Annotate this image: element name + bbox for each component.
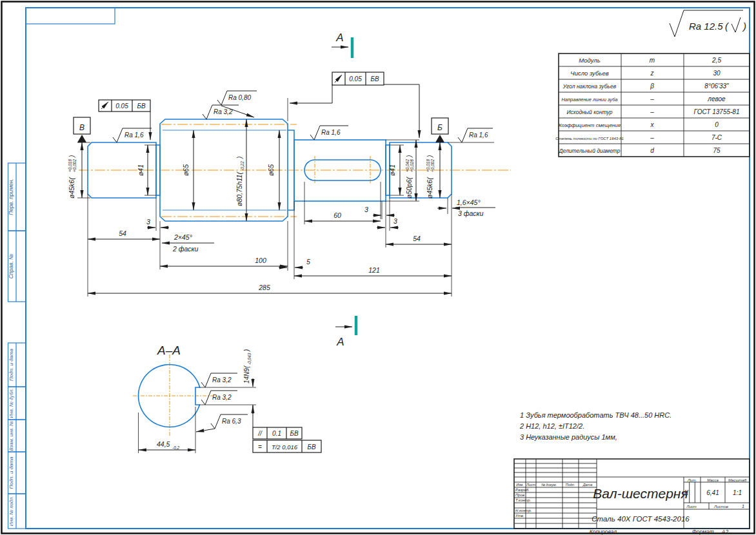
parallelism-value: 0.1 bbox=[272, 430, 281, 437]
ra32-key1-label: Ra 3,2 bbox=[212, 376, 232, 384]
dim-chamfer-left: 2×45° bbox=[174, 233, 192, 241]
general-roughness-value: Ra 12.5 bbox=[689, 21, 723, 32]
symmetry-datum: БВ bbox=[307, 443, 316, 451]
dim-d50-sup: +0,042 bbox=[405, 159, 410, 172]
dim-54-right: 54 bbox=[413, 235, 421, 242]
note-1: 1 Зубья термообработать ТВЧ 48...50 HRC. bbox=[520, 411, 671, 419]
ra08-label: Ra 0,80 bbox=[228, 94, 251, 101]
gear-row-value: 2,5 bbox=[711, 57, 721, 64]
dim-d80-main: ø80,75h11( bbox=[235, 171, 243, 206]
margin-box-sprav-no: Справ. № bbox=[8, 254, 14, 279]
gear-row-label: Коэффициент смещения bbox=[559, 122, 621, 128]
format-value: А2 bbox=[721, 529, 729, 535]
dim-d41-left: ø41 bbox=[137, 164, 144, 176]
margin-box-perv-primen: Перв. примен. bbox=[8, 179, 14, 215]
dim-d65-left: ø65 bbox=[182, 164, 190, 176]
part-title: Вал-шестерня bbox=[593, 486, 688, 501]
gear-row-value: 8°06'33" bbox=[704, 83, 729, 90]
gear-row-value: левое bbox=[707, 95, 726, 102]
dim-3-left: 3 bbox=[146, 218, 150, 226]
row-nkontr: Н.контр. bbox=[515, 509, 532, 512]
symmetry-frame: = Т/2 0,016 БВ bbox=[253, 440, 321, 452]
gear-row-symbol: – bbox=[650, 134, 654, 141]
lit-label: Лит. bbox=[687, 478, 697, 482]
row-prov: Пров. bbox=[515, 493, 526, 497]
dim-d65-right: ø65 bbox=[267, 164, 275, 176]
dim-100: 100 bbox=[255, 257, 266, 264]
dim-d45-left-main: ø45k6( bbox=[68, 177, 75, 199]
gear-row-value: 7-С bbox=[711, 134, 722, 141]
gear-row-label: Число зубьев bbox=[570, 70, 608, 77]
gear-row-label: Исходный контур bbox=[566, 109, 612, 115]
dim-d50-main: ø50p6( bbox=[405, 176, 413, 199]
note-3: 3 Неуказанные радиусы 1мм, bbox=[520, 433, 617, 441]
scale-value: 1:1 bbox=[733, 489, 742, 496]
material: Сталь 40Х ГОСТ 4543-2016 bbox=[592, 515, 690, 523]
dim-d41-right: ø41 bbox=[388, 164, 396, 176]
margin-box-vzam-inv: Взам. инв. № bbox=[8, 421, 14, 451]
gear-row-label: Направление линии зуба bbox=[561, 97, 617, 102]
col-izm: Изм. bbox=[516, 483, 524, 487]
runout-top-value: 0.05 bbox=[349, 75, 362, 83]
col-sign: Подп. bbox=[566, 483, 575, 487]
datum-right-label: Б bbox=[437, 123, 443, 132]
dim-key-width-sub: -0,043 bbox=[247, 353, 252, 365]
dim-key-depth-main: 44,5 bbox=[157, 440, 170, 448]
gear-row-label: Модуль bbox=[579, 57, 600, 64]
gear-row-value: 75 bbox=[713, 147, 721, 154]
dim-121: 121 bbox=[368, 266, 380, 274]
ra16-right-label: Ra 1,6 bbox=[469, 131, 488, 139]
ra32-gear-label: Ra 3,2 bbox=[214, 108, 233, 115]
dim-d80-sub: -0,22 bbox=[240, 161, 244, 171]
dim-d45-right-sub: +0,002 bbox=[430, 159, 435, 172]
runout-left-datum: БВ bbox=[137, 102, 146, 110]
paren-close: ) bbox=[742, 21, 746, 32]
section-aa-title: А–А bbox=[157, 344, 181, 357]
gear-row-symbol: – bbox=[650, 108, 654, 115]
ra16-left-label: Ra 1,6 bbox=[124, 131, 144, 139]
margin-box-podp-data-1: Подп. и дата bbox=[8, 348, 14, 381]
dim-285: 285 bbox=[258, 284, 270, 291]
col-doc: № докум. bbox=[541, 483, 557, 487]
gear-row-label: Степень точности по ГОСТ 1643-81 bbox=[555, 137, 624, 141]
gear-row-label: Угол наклона зубьев bbox=[562, 83, 617, 90]
margin-box-inv-podl: Инв. № подл. bbox=[8, 496, 14, 527]
dim-key-width-main: 14N9( bbox=[243, 365, 250, 384]
section-label-top: А bbox=[335, 32, 343, 44]
dim-3-groove: 3 bbox=[393, 217, 397, 225]
datum-left-label: В bbox=[79, 123, 85, 132]
gear-row-symbol: d bbox=[650, 147, 654, 154]
sheets-value: 1 bbox=[742, 504, 744, 509]
dim-d50-sub: +0,026 bbox=[410, 159, 414, 172]
row-razrab: Разраб. bbox=[515, 488, 530, 492]
parallelism-frame: // 0.1 БВ bbox=[253, 427, 302, 439]
col-date: Дата bbox=[582, 483, 593, 487]
sheet-label: Лист bbox=[686, 505, 696, 509]
sheets-label: Листов bbox=[713, 505, 728, 509]
gear-row-symbol: m bbox=[650, 57, 655, 64]
symmetry-value: Т/2 0,016 bbox=[272, 443, 298, 451]
dim-d45-right-main: ø45k6( bbox=[426, 177, 433, 199]
dim-chamfer-right: 1,6×45° bbox=[457, 199, 481, 206]
ra32-key2-label: Ra 3,2 bbox=[212, 394, 232, 401]
row-tkontr: Т.контр. bbox=[515, 498, 531, 502]
gear-row-symbol: z bbox=[650, 70, 654, 77]
copied-label: Копировал bbox=[590, 529, 617, 535]
dim-3-key: 3 bbox=[364, 206, 368, 213]
gear-row-symbol: – bbox=[650, 95, 654, 102]
col-list: Лист bbox=[526, 483, 536, 487]
ra16-keyway-label: Ra 1,6 bbox=[321, 129, 341, 136]
mass-label: Масса bbox=[707, 478, 719, 482]
dim-54-left: 54 bbox=[119, 229, 126, 237]
mass-value: 6,41 bbox=[706, 489, 719, 496]
scale-label: Масштаб bbox=[728, 478, 747, 482]
row-utv: Утв. bbox=[515, 514, 524, 518]
dim-5: 5 bbox=[306, 258, 310, 266]
gear-row-symbol: x bbox=[650, 121, 655, 128]
dim-chamfer-left-note: 2 фаски bbox=[172, 245, 199, 253]
note-2: 2 Н12, h12, ±IT12/2. bbox=[519, 422, 584, 430]
dim-chamfer-right-note: 3 фаски bbox=[458, 209, 484, 217]
section-label-bottom: А bbox=[336, 336, 344, 348]
format-label: Формат bbox=[692, 529, 714, 535]
dim-d45-left-sup: +0,018 bbox=[68, 159, 72, 172]
